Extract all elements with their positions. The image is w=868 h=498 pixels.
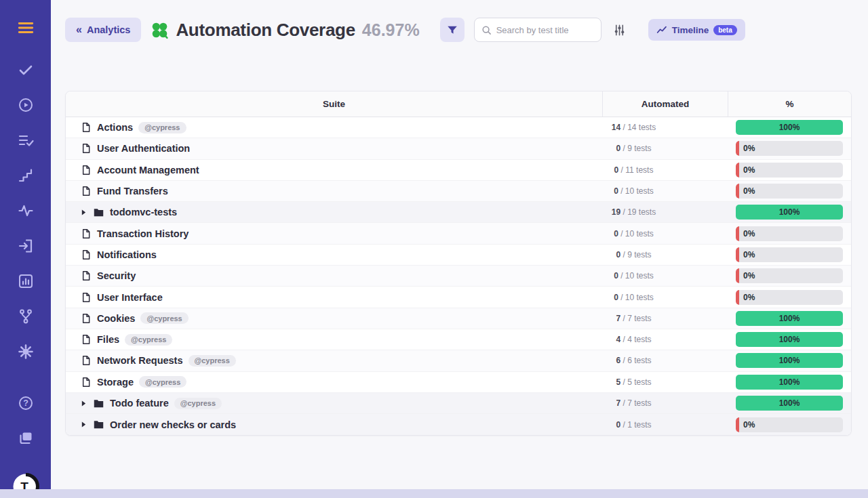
table-row[interactable]: Cookies @cypress 7 / 7 tests 100% xyxy=(66,308,851,329)
page-title: Automation Coverage xyxy=(176,20,355,41)
table-row[interactable]: User Interface 0 / 10 tests 0% xyxy=(66,287,851,308)
automated-total: / 1 tests xyxy=(620,420,651,430)
chevrons-left-icon: « xyxy=(76,24,82,36)
suite-name: Transaction History xyxy=(97,228,189,239)
progress-bar: 100% xyxy=(736,311,843,326)
progress-label: 100% xyxy=(736,311,843,326)
progress-bar: 100% xyxy=(736,353,843,368)
table-row[interactable]: User Authentication 0 / 9 tests 0% xyxy=(66,138,851,159)
suite-cell: Todo feature @cypress xyxy=(66,398,602,409)
table-row[interactable]: Account Management 0 / 11 tests 0% xyxy=(66,160,851,181)
analytics-back-button[interactable]: « Analytics xyxy=(65,18,141,42)
tag-badge: @cypress xyxy=(189,355,236,367)
progress-label: 0% xyxy=(743,290,755,305)
branch-icon[interactable] xyxy=(16,306,36,327)
table-row[interactable]: todomvc-tests 19 / 19 tests 100% xyxy=(66,202,851,223)
run-list-icon[interactable] xyxy=(16,130,36,150)
check-icon[interactable] xyxy=(16,60,36,80)
percent-cell: 0% xyxy=(728,268,851,283)
menu-icon[interactable] xyxy=(16,18,36,38)
import-icon[interactable] xyxy=(16,236,36,256)
percent-cell: 0% xyxy=(728,141,851,156)
table-row[interactable]: Notifications 0 / 9 tests 0% xyxy=(66,245,851,266)
suite-cell: todomvc-tests xyxy=(66,207,602,218)
steps-icon[interactable] xyxy=(16,165,36,186)
suite-icon xyxy=(81,355,92,366)
percent-cell: 0% xyxy=(728,184,851,199)
table-row[interactable]: Fund Transfers 0 / 10 tests 0% xyxy=(66,181,851,202)
automated-cell: 4 / 4 tests xyxy=(602,335,728,344)
progress-bar: 0% xyxy=(736,268,843,283)
progress-bar: 0% xyxy=(736,226,843,241)
tag-badge: @cypress xyxy=(125,334,172,346)
automated-total: / 19 tests xyxy=(620,207,656,217)
projects-icon[interactable] xyxy=(16,428,36,449)
column-header-percent: % xyxy=(728,91,851,117)
suite-icon xyxy=(81,186,92,196)
progress-fill xyxy=(736,184,739,199)
suite-name: Network Requests xyxy=(97,355,183,366)
automated-cell: 0 / 1 tests xyxy=(602,420,728,430)
funnel-icon xyxy=(446,24,458,36)
suite-icon xyxy=(81,122,92,133)
tag-badge: @cypress xyxy=(174,398,222,409)
timeline-label: Timeline xyxy=(672,25,709,35)
suite-icon xyxy=(81,292,92,303)
progress-fill xyxy=(736,226,739,241)
analytics-chart-icon[interactable] xyxy=(16,271,36,291)
suite-icon xyxy=(81,270,92,281)
progress-label: 100% xyxy=(736,375,843,390)
help-icon[interactable]: ? xyxy=(16,393,36,413)
automated-total: / 6 tests xyxy=(620,356,651,365)
caret-right-icon[interactable] xyxy=(81,400,87,407)
table-row[interactable]: Todo feature @cypress 7 / 7 tests 100% xyxy=(66,393,851,414)
table-row[interactable]: Network Requests @cypress 6 / 6 tests 10… xyxy=(66,350,851,371)
automated-cell: 6 / 6 tests xyxy=(602,356,728,365)
suite-cell: Storage @cypress xyxy=(66,376,602,388)
play-circle-icon[interactable] xyxy=(16,95,36,115)
progress-bar: 0% xyxy=(736,247,843,262)
table-row[interactable]: Actions @cypress 14 / 14 tests 100% xyxy=(66,117,851,138)
progress-label: 0% xyxy=(743,226,755,241)
percent-cell: 0% xyxy=(728,226,851,241)
progress-label: 0% xyxy=(743,417,755,432)
tag-badge: @cypress xyxy=(138,122,186,133)
percent-cell: 0% xyxy=(728,247,851,262)
pulse-icon[interactable] xyxy=(16,201,36,221)
table-row[interactable]: Security 0 / 10 tests 0% xyxy=(66,266,851,287)
progress-bar: 100% xyxy=(736,120,843,135)
suite-icon xyxy=(81,143,92,154)
caret-right-icon[interactable] xyxy=(81,209,87,215)
search-input[interactable] xyxy=(496,25,594,35)
search-box xyxy=(474,18,601,42)
automated-total: / 9 tests xyxy=(620,144,651,153)
progress-label: 0% xyxy=(743,247,755,262)
caret-right-icon[interactable] xyxy=(81,421,87,428)
filter-button[interactable] xyxy=(440,18,465,42)
progress-label: 100% xyxy=(736,396,843,411)
adjustments-button[interactable] xyxy=(610,20,629,39)
suite-name: User Interface xyxy=(97,292,163,303)
progress-bar: 100% xyxy=(736,332,843,347)
suite-icon xyxy=(81,334,92,345)
suite-name: Actions xyxy=(97,122,133,133)
automated-cell: 14 / 14 tests xyxy=(602,123,728,132)
automated-total: / 7 tests xyxy=(620,398,651,408)
table-row[interactable]: Transaction History 0 / 10 tests 0% xyxy=(66,223,851,244)
automated-total: / 10 tests xyxy=(618,186,654,196)
percent-cell: 100% xyxy=(728,120,851,135)
progress-bar: 0% xyxy=(736,290,843,305)
suite-cell: User Interface xyxy=(66,292,602,303)
gear-icon[interactable] xyxy=(16,341,36,362)
progress-label: 0% xyxy=(743,268,755,283)
table-row[interactable]: Order new checks or cards 0 / 1 tests 0% xyxy=(66,414,851,435)
table-header: Suite Automated % xyxy=(66,91,851,117)
coverage-table: Suite Automated % Actions @cypress 14 / … xyxy=(65,91,852,436)
percent-cell: 100% xyxy=(728,396,851,411)
percent-cell: 0% xyxy=(728,163,851,178)
progress-fill xyxy=(736,247,739,262)
beta-badge: beta xyxy=(713,25,737,35)
table-row[interactable]: Storage @cypress 5 / 5 tests 100% xyxy=(66,372,851,393)
table-row[interactable]: Files @cypress 4 / 4 tests 100% xyxy=(66,329,851,350)
timeline-button[interactable]: Timeline beta xyxy=(648,19,745,41)
